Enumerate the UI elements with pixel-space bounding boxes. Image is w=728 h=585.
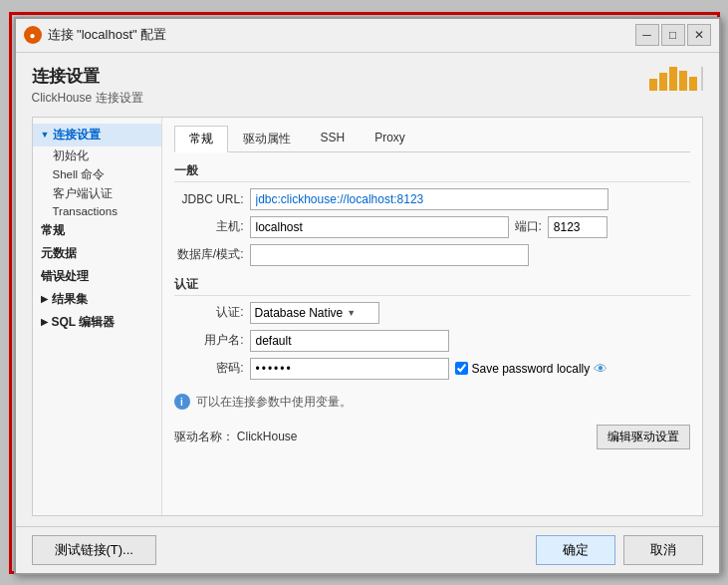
db-row: 数据库/模式: [174, 244, 690, 266]
db-label: 数据库/模式: [174, 246, 244, 263]
driver-name: 驱动名称： ClickHouse [174, 429, 298, 445]
window-body: 连接设置 ClickHouse 连接设置 ▼ [16, 53, 719, 526]
window-controls: ─ □ ✕ [635, 24, 711, 46]
window-title: 连接 "localhost" 配置 [48, 26, 635, 44]
auth-label: 认证: [174, 304, 244, 321]
db-input[interactable] [250, 244, 529, 266]
edit-driver-button[interactable]: 编辑驱动设置 [597, 425, 690, 449]
tabs: 常规 驱动属性 SSH Proxy [174, 126, 690, 152]
content-area: ▼ 连接设置 初始化 Shell 命令 客户端认证 Transactions 常… [32, 117, 703, 516]
test-connection-button[interactable]: 测试链接(T)... [32, 535, 156, 565]
port-input[interactable] [548, 216, 607, 238]
host-input[interactable] [250, 216, 509, 238]
main-panel: 常规 驱动属性 SSH Proxy 一般 JDBC URL: [162, 118, 702, 515]
sidebar-item-error-handling[interactable]: 错误处理 [33, 265, 161, 288]
driver-row: 驱动名称： ClickHouse 编辑驱动设置 [174, 425, 690, 449]
auth-dropdown[interactable]: Database Native ▼ [250, 302, 379, 324]
jdbc-row: JDBC URL: [174, 188, 690, 210]
username-label: 用户名: [174, 332, 244, 349]
auth-row: 认证: Database Native ▼ [174, 302, 690, 324]
right-buttons: 确定 取消 [536, 535, 703, 565]
bar-1 [649, 79, 657, 91]
sidebar-result-label: 结果集 [52, 291, 88, 308]
username-row: 用户名: [174, 330, 690, 352]
bar-divider [701, 67, 703, 91]
save-password-label: Save password locally [472, 362, 591, 376]
show-password-icon[interactable]: 👁 [594, 361, 607, 377]
minimize-button[interactable]: ─ [635, 24, 659, 46]
tab-ssh[interactable]: SSH [306, 126, 361, 151]
sidebar-item-result-set[interactable]: ▶ 结果集 [33, 288, 161, 311]
window-icon: ● [24, 26, 42, 44]
save-password-checkbox[interactable] [455, 362, 468, 375]
dropdown-arrow-icon: ▼ [347, 308, 356, 318]
info-text: 可以在连接参数中使用变量。 [196, 394, 352, 411]
auth-section-label: 认证 [174, 276, 690, 296]
maximize-button[interactable]: □ [661, 24, 685, 46]
page-subtitle: ClickHouse 连接设置 [32, 90, 143, 107]
logo-bars [649, 67, 703, 91]
password-row: 密码: Save password locally 👁 [174, 358, 690, 380]
cancel-button[interactable]: 取消 [623, 535, 703, 565]
sidebar-section-label: 连接设置 [53, 127, 101, 144]
page-title: 连接设置 [32, 65, 143, 88]
sidebar-item-sql-editor[interactable]: ▶ SQL 编辑器 [33, 311, 161, 334]
info-row: i 可以在连接参数中使用变量。 [174, 390, 690, 415]
sidebar-item-general[interactable]: 常规 [33, 219, 161, 242]
sidebar-item-shell[interactable]: Shell 命令 [33, 165, 161, 184]
tab-driver-properties[interactable]: 驱动属性 [228, 126, 306, 151]
form-area: 一般 JDBC URL: 主机: 端口: [174, 162, 690, 507]
driver-value: ClickHouse [237, 430, 298, 443]
sidebar-item-metadata[interactable]: 元数据 [33, 242, 161, 265]
title-bar: ● 连接 "localhost" 配置 ─ □ ✕ [16, 19, 719, 53]
sidebar: ▼ 连接设置 初始化 Shell 命令 客户端认证 Transactions 常… [33, 118, 162, 515]
port-label: 端口: [515, 218, 542, 235]
driver-label: 驱动名称： [174, 430, 234, 443]
host-label: 主机: [174, 218, 244, 235]
bar-2 [659, 73, 667, 91]
bar-5 [689, 77, 697, 91]
tab-general[interactable]: 常规 [174, 126, 228, 152]
host-row: 主机: 端口: [174, 216, 690, 238]
bottom-bar: 测试链接(T)... 确定 取消 [16, 526, 719, 573]
tab-proxy[interactable]: Proxy [360, 126, 420, 151]
jdbc-label: JDBC URL: [174, 192, 244, 206]
password-label: 密码: [174, 360, 244, 377]
chevron-down-icon: ▼ [41, 130, 50, 140]
sidebar-item-client-auth[interactable]: 客户端认证 [33, 184, 161, 203]
password-input[interactable] [250, 358, 449, 380]
auth-value: Database Native [255, 306, 344, 320]
general-section-label: 一般 [174, 162, 690, 182]
bar-4 [679, 71, 687, 91]
ok-button[interactable]: 确定 [536, 535, 615, 565]
bar-3 [669, 67, 677, 91]
username-input[interactable] [250, 330, 449, 352]
chevron-right-icon: ▶ [41, 294, 48, 304]
sidebar-item-transactions[interactable]: Transactions [33, 203, 161, 219]
sidebar-item-connection-settings[interactable]: ▼ 连接设置 [33, 124, 161, 146]
close-button[interactable]: ✕ [687, 24, 711, 46]
sidebar-sql-label: SQL 编辑器 [52, 314, 116, 331]
sidebar-item-init[interactable]: 初始化 [33, 146, 161, 165]
info-icon: i [174, 394, 190, 410]
save-password-row: Save password locally 👁 [455, 361, 608, 377]
jdbc-input[interactable] [250, 188, 608, 210]
chevron-right-icon-2: ▶ [41, 317, 48, 327]
